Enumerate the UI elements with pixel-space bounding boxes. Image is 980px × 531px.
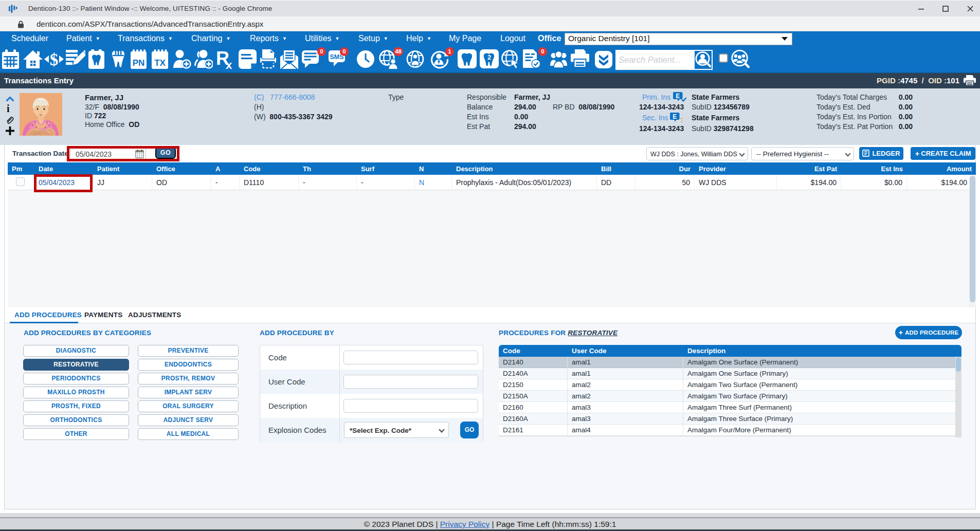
transaction-row[interactable]: 05/04/2023 JJ OD - D1110 - - N Prophylax… [8,175,969,190]
chat-icon[interactable]: 0 [302,49,322,70]
nav-patient[interactable]: Patient▼ [66,34,100,43]
tooth-chart-2-icon[interactable]: 2 [480,49,500,70]
nav-my-page[interactable]: My Page [449,34,481,43]
search-archived-checkbox[interactable] [719,53,728,63]
collapse-chevron-icon[interactable] [6,95,14,103]
category-all-medical[interactable]: ALL MEDICAL [138,428,239,440]
procedure-row[interactable]: D2160Aamal3Amalgam Three Surface (Primar… [499,413,955,425]
mail-icon[interactable] [280,49,301,70]
nav-help[interactable]: Help▼ [406,34,431,43]
notes-icon[interactable] [239,49,259,70]
sms-icon[interactable]: SMS 0 [329,49,345,70]
scheduler-calendar-icon[interactable] [2,49,23,70]
scrollbar-thumb[interactable] [956,357,961,372]
provider-select[interactable]: WJ DDS : Jones, William DDS [646,147,748,160]
nav-logout[interactable]: Logout [500,34,525,43]
row-checkbox[interactable] [16,177,25,186]
category-adjunct-serv[interactable]: ADJUNCT SERV [138,414,239,426]
nav-scheduler[interactable]: Scheduler [11,34,48,43]
sec-ins-eligibility-icon[interactable]: E? [670,113,682,125]
category-preventive[interactable]: PREVENTIVE [138,345,239,357]
rx-icon[interactable]: Rx [217,49,238,70]
category-diagnostic[interactable]: DIAGNOSTIC [23,345,129,357]
category-prosth-fixed[interactable]: PROSTH, FIXED [23,400,129,412]
window-maximize-button[interactable] [934,1,957,16]
explosion-go-button[interactable]: GO [460,422,479,438]
prim-ins-eligibility-icon[interactable]: E [673,92,687,104]
perio-chart-icon[interactable] [111,49,131,70]
transactions-scrollbar[interactable] [969,175,976,307]
claims-check-icon[interactable]: 0 [523,49,543,70]
patient-sync-icon[interactable]: 1 [430,49,450,70]
attachments-icon[interactable] [6,116,14,126]
tooth-chart-icon[interactable] [458,49,478,70]
add-responsible-party-icon[interactable] [194,49,215,70]
worksheet-edit-icon[interactable] [66,49,86,70]
nav-setup[interactable]: Setup▼ [358,34,388,43]
category-endodontics[interactable]: ENDODONTICS [138,359,239,371]
procedure-row[interactable]: D2160amal3Amalgam Three Surf (Permanent) [499,402,955,413]
category-periodontics[interactable]: PERIODONTICS [23,373,129,384]
patient-chart-icon[interactable] [88,49,109,70]
procedure-row[interactable]: D2140amal1Amalgam One Surface (Permanent… [499,357,955,368]
patient-search-button[interactable] [694,50,713,70]
home-office-icon[interactable] [23,49,44,70]
procedure-row[interactable]: D2150Aamal2Amalgam Two Surface (Primary) [499,391,955,402]
patient-info-icon[interactable]: i [7,103,10,115]
user-code-input[interactable] [343,375,478,389]
print-page-icon[interactable] [964,75,976,88]
more-tools-icon[interactable] [595,49,615,70]
nav-reports[interactable]: Reports▼ [250,34,287,43]
nav-transactions[interactable]: Transactions▼ [118,34,173,43]
patient-portal-icon[interactable] [406,49,427,70]
time-clock-icon[interactable] [356,49,377,70]
nav-utilities[interactable]: Utilities▼ [305,34,339,43]
nav-charting[interactable]: Charting▼ [191,34,230,43]
add-patient-icon[interactable] [173,49,194,70]
scan-document-icon[interactable] [260,49,281,70]
patient-photo[interactable] [20,93,62,136]
procedure-row[interactable]: D2150amal2Amalgam Two Surface (Permanent… [499,379,955,391]
explosion-code-select[interactable]: *Select Exp. Code* [344,422,449,438]
office-select[interactable]: Organic Dentistry [101] [565,33,792,45]
ledger-button[interactable]: LEDGER [859,147,903,160]
category-other[interactable]: OTHER [23,428,129,440]
tab-payments[interactable]: PAYMENTS [84,311,122,319]
code-input[interactable] [343,351,478,364]
category-implant-serv[interactable]: IMPLANT SERV [138,387,239,398]
tab-add-procedures[interactable]: ADD PROCEDURES [14,311,82,319]
add-procedure-button[interactable]: +ADD PROCEDURE [895,326,962,339]
family-icon[interactable] [550,49,571,70]
category-oral-surgery[interactable]: ORAL SURGERY [138,400,239,412]
create-claim-button[interactable]: +CREATE CLAIM [911,147,975,160]
progress-notes-icon[interactable]: PN [131,49,151,70]
advanced-patient-search-icon[interactable] [731,49,751,70]
phone-cell[interactable]: 777-666-8008 [270,93,315,101]
patient-search-input[interactable] [619,52,691,67]
print-icon[interactable] [571,49,591,70]
category-prosth-remov[interactable]: PROSTH, REMOV [138,373,239,384]
add-icon[interactable] [6,126,14,137]
web-portal-icon[interactable] [501,49,522,70]
procedures-scrollbar[interactable] [955,357,961,437]
scrollbar-thumb[interactable] [970,176,975,302]
online-patient-icon[interactable]: 48 [379,49,400,70]
browser-url-bar[interactable]: denticon.com/ASPX/Transactions/AdvancedT… [0,16,980,31]
treatment-plan-icon[interactable]: TX [152,49,172,70]
cell-th: - [299,175,357,190]
cell-n[interactable]: N [415,175,452,190]
sec-ins-link[interactable]: Sec. Ins [642,114,668,122]
window-minimize-button[interactable] [909,1,933,16]
procedure-row[interactable]: D2161amal4Amalgam Four/More (Permanent) [499,425,955,436]
description-input[interactable] [343,399,478,413]
prim-ins-link[interactable]: Prim. Ins [642,93,670,101]
procedure-row[interactable]: D2140Aamal1Amalgam One Surface (Primary) [499,368,955,379]
hygienist-select[interactable]: -- Preferred Hygienist -- [751,147,854,160]
window-close-button[interactable] [958,1,980,16]
tab-adjustments[interactable]: ADJUSTMENTS [128,311,181,319]
privacy-policy-link[interactable]: Privacy Policy [440,520,489,528]
category-orthodontics[interactable]: ORTHODONTICS [23,414,129,426]
category-maxillo-prosth[interactable]: MAXILLO PROSTH [23,387,129,398]
fee-transfer-icon[interactable]: $ [44,49,65,70]
category-restorative[interactable]: RESTORATIVE [23,359,129,371]
